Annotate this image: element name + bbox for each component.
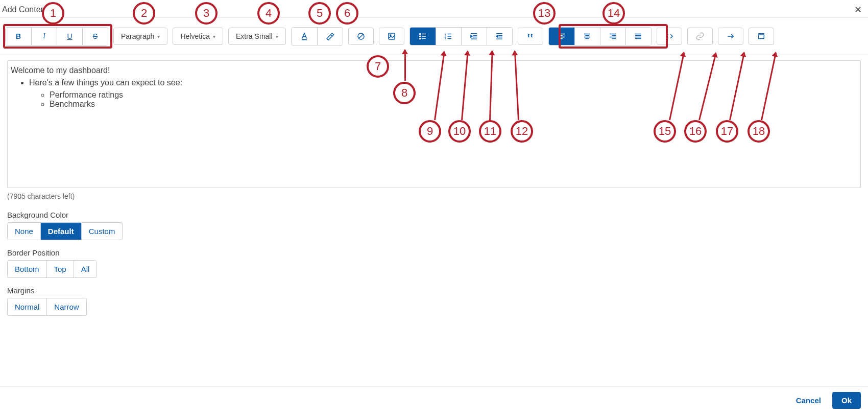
svg-point-4 [390, 35, 391, 36]
link-icon [695, 32, 705, 41]
font-size-label: Extra Small [236, 32, 273, 40]
annotation-circle-9: 9 [419, 120, 441, 143]
annotation-circle-7: 7 [367, 55, 389, 78]
highlight-color-button[interactable] [317, 28, 343, 45]
annotation-circle-3: 3 [195, 2, 218, 25]
bullet-list-icon [418, 32, 427, 41]
background-color-label: Background Color [0, 202, 868, 222]
border-top-button[interactable]: Top [46, 261, 74, 277]
align-right-button[interactable] [600, 28, 625, 45]
outdent-button[interactable] [487, 28, 512, 45]
chevron-down-icon: ▾ [157, 34, 160, 39]
annotation-circle-12: 12 [511, 120, 533, 143]
bulleted-list-button[interactable] [410, 28, 436, 45]
editor-list-item: Benchmarks [50, 100, 857, 109]
code-icon [665, 32, 674, 41]
dialog-title: Add Content [2, 5, 47, 14]
italic-button[interactable]: I [31, 28, 57, 45]
editor-line: Welcome to my dashboard! [11, 66, 857, 75]
text-style-group: B I U S [5, 27, 108, 45]
margins-narrow-button[interactable]: Narrow [46, 298, 86, 315]
list-indent-group: 123 [409, 27, 513, 45]
align-justify-icon [634, 32, 643, 41]
color-group [291, 27, 343, 45]
paragraph-style-label: Paragraph [121, 32, 154, 40]
bold-button[interactable]: B [6, 28, 31, 45]
clear-formatting-button[interactable] [348, 28, 374, 45]
svg-rect-0 [301, 39, 307, 40]
strikethrough-button[interactable]: S [82, 28, 108, 45]
outdent-icon [495, 32, 504, 41]
annotation-circle-1: 1 [42, 2, 64, 25]
margins-normal-button[interactable]: Normal [8, 298, 46, 315]
editor-toolbar: B I U S Paragraph ▾ Helvetica ▾ Extra Sm… [0, 18, 868, 55]
border-position-group: Bottom Top All [7, 260, 97, 278]
editor-bullet-list: Here's a few things you can expect to se… [11, 78, 857, 109]
annotation-circle-15: 15 [654, 120, 676, 143]
bgcolor-custom-button[interactable]: Custom [81, 223, 123, 240]
blockquote-button[interactable] [518, 28, 543, 45]
border-bottom-button[interactable]: Bottom [8, 261, 46, 277]
svg-line-2 [358, 34, 363, 39]
chevron-down-icon: ▾ [276, 34, 278, 39]
annotation-circle-6: 6 [336, 2, 358, 25]
border-all-button[interactable]: All [74, 261, 97, 277]
annotation-arrow-8 [404, 50, 406, 81]
font-family-dropdown[interactable]: Helvetica ▾ [173, 28, 223, 45]
align-left-button[interactable] [549, 28, 574, 45]
dialog-header: Add Content ✕ [0, 0, 868, 18]
number-list-icon: 123 [444, 32, 453, 41]
bgcolor-none-button[interactable]: None [8, 223, 40, 240]
link-button[interactable] [687, 28, 713, 45]
annotation-circle-16: 16 [684, 120, 707, 143]
tab-button[interactable] [718, 28, 743, 45]
annotation-circle-10: 10 [448, 120, 471, 143]
table-button[interactable] [749, 28, 774, 45]
annotation-circle-13: 13 [533, 2, 556, 25]
svg-point-7 [419, 36, 420, 37]
annotation-circle-11: 11 [479, 120, 501, 143]
font-family-label: Helvetica [180, 32, 210, 40]
chevron-down-icon: ▾ [213, 34, 215, 39]
alignment-group [548, 27, 652, 45]
close-icon[interactable]: ✕ [854, 4, 862, 15]
font-color-icon [300, 32, 309, 41]
paragraph-style-dropdown[interactable]: Paragraph ▾ [113, 28, 167, 45]
svg-point-5 [419, 33, 420, 34]
image-icon [387, 32, 396, 41]
annotation-circle-17: 17 [716, 120, 738, 143]
bgcolor-default-button[interactable]: Default [40, 223, 81, 240]
annotation-circle-8: 8 [393, 82, 416, 104]
arrow-right-icon [726, 32, 735, 41]
quote-icon [526, 32, 535, 41]
annotation-circle-14: 14 [602, 2, 625, 25]
characters-remaining: (7905 characters left) [0, 190, 868, 202]
annotation-circle-2: 2 [133, 2, 155, 25]
svg-text:3: 3 [445, 37, 446, 40]
border-position-label: Border Position [0, 240, 868, 260]
align-justify-button[interactable] [625, 28, 651, 45]
indent-icon [469, 32, 478, 41]
underline-button[interactable]: U [57, 28, 82, 45]
annotation-circle-4: 4 [257, 2, 280, 25]
align-center-button[interactable] [574, 28, 600, 45]
insert-image-button[interactable] [379, 28, 404, 45]
clear-format-icon [356, 32, 366, 41]
margins-label: Margins [0, 278, 868, 298]
svg-point-9 [419, 38, 420, 39]
numbered-list-button[interactable]: 123 [436, 28, 461, 45]
indent-button[interactable] [461, 28, 487, 45]
font-size-dropdown[interactable]: Extra Small ▾ [228, 28, 286, 45]
annotation-circle-5: 5 [308, 2, 331, 25]
background-color-group: None Default Custom [7, 222, 123, 240]
table-icon [757, 32, 766, 41]
code-view-button[interactable] [657, 28, 682, 45]
align-center-icon [583, 32, 592, 41]
margins-group: Normal Narrow [7, 298, 87, 316]
align-right-icon [608, 32, 617, 41]
align-left-icon [557, 32, 566, 41]
editor-list-item: Here's a few things you can expect to se… [29, 78, 857, 87]
font-color-button[interactable] [292, 28, 317, 45]
annotation-circle-18: 18 [748, 120, 770, 143]
svg-rect-42 [758, 35, 764, 39]
